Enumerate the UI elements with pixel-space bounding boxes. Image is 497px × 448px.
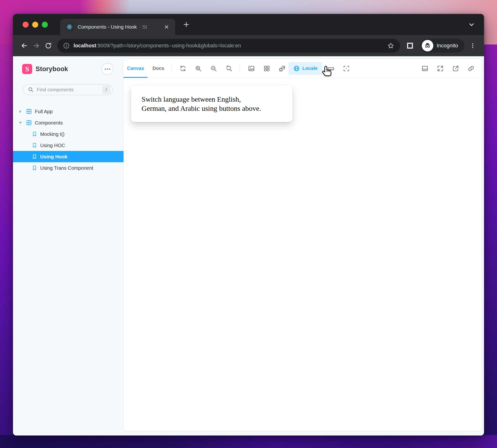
close-window-button[interactable] [23, 22, 29, 28]
component-tree: Full App Components Mocking t() Using HO… [13, 106, 124, 174]
close-tab-icon[interactable] [163, 23, 170, 31]
component-icon [26, 120, 32, 126]
storybook-logo-icon: S [22, 64, 32, 74]
minimize-window-button[interactable] [32, 22, 38, 28]
browser-nav-bar: localhost:9009/?path=/story/components--… [13, 35, 484, 56]
browser-tab-strip: Components - Using Hook · St [13, 14, 484, 35]
change-background-button[interactable] [247, 64, 256, 73]
reload-button[interactable] [42, 40, 54, 52]
locale-label: Locale [302, 66, 318, 71]
incognito-label: Incognito [437, 43, 458, 49]
browser-window: Components - Using Hook · St localhost:9… [13, 14, 484, 435]
browser-tab[interactable]: Components - Using Hook · St [60, 19, 175, 35]
toolbar-separator [240, 64, 240, 73]
sidebar-item-label: Mocking t() [40, 131, 64, 137]
grid-toggle-button[interactable] [262, 64, 272, 73]
globe-icon [293, 65, 300, 72]
sidebar-item-mocking-t[interactable]: Mocking t() [13, 128, 124, 140]
open-canvas-new-tab-button[interactable] [451, 64, 461, 73]
outline-button[interactable] [341, 64, 351, 73]
main-area: Canvas Docs [124, 56, 484, 435]
sidebar-item-using-hoc[interactable]: Using HOC [13, 140, 124, 151]
incognito-badge: Incognito [420, 39, 464, 53]
search-input[interactable]: Find components / [23, 84, 113, 95]
story-message-line2: German, and Arabic using buttons above. [142, 104, 282, 113]
caret-down-icon[interactable] [18, 120, 23, 126]
caret-right-icon[interactable] [18, 109, 23, 114]
bookmark-icon [32, 165, 37, 171]
react-favicon-icon [65, 23, 74, 31]
zoom-out-button[interactable] [209, 64, 218, 73]
bookmark-icon [32, 143, 37, 148]
search-placeholder: Find components [37, 87, 99, 93]
storybook-logo[interactable]: S Storybook [22, 64, 68, 74]
tab-title: Components - Using Hook [78, 24, 137, 30]
back-button[interactable] [18, 40, 30, 52]
component-icon [26, 108, 32, 114]
sidebar-item-label: Components [35, 120, 63, 126]
story-message-card: Switch language between English, German,… [131, 86, 292, 122]
sidebar-item-using-hook-selected[interactable]: Using Hook [13, 151, 124, 162]
locale-button[interactable]: Locale [289, 62, 322, 75]
incognito-icon [422, 40, 433, 51]
sidebar-header: S Storybook [13, 63, 124, 75]
sidebar-item-label: Using Trans Component [40, 165, 93, 171]
story-message-line1: Switch language between English, [142, 95, 282, 104]
side-panel-icon[interactable] [404, 40, 416, 52]
site-info-icon[interactable] [63, 42, 70, 49]
zoom-window-button[interactable] [42, 22, 48, 28]
mouse-pointer-cursor [321, 64, 334, 77]
zoom-in-button[interactable] [193, 64, 203, 73]
storybook-brand-title: Storybook [35, 65, 68, 73]
tab-search-chevron-icon[interactable] [466, 19, 477, 30]
sidebar-item-full-app[interactable]: Full App [13, 106, 124, 117]
url-host: localhost [74, 43, 96, 48]
bookmark-star-icon[interactable] [387, 42, 394, 49]
bookmark-icon [32, 154, 37, 159]
canvas-toolbar: Canvas Docs [124, 59, 482, 78]
tab-title-truncated: · St [139, 24, 147, 30]
sidebar-item-components[interactable]: Components [13, 117, 124, 128]
viewport-button[interactable] [277, 64, 287, 73]
toggle-addons-panel-button[interactable] [420, 64, 430, 73]
address-bar[interactable]: localhost:9009/?path=/story/components--… [57, 39, 400, 53]
search-shortcut-badge: / [102, 86, 110, 94]
forward-button[interactable] [30, 40, 42, 52]
fullscreen-button[interactable] [435, 64, 445, 73]
tab-canvas[interactable]: Canvas [124, 59, 147, 78]
reset-zoom-button[interactable] [224, 64, 234, 73]
search-icon [28, 87, 34, 93]
sidebar-menu-button[interactable] [101, 63, 113, 75]
traffic-lights [23, 22, 48, 28]
storybook-app: S Storybook Find components / Full App [13, 56, 484, 435]
copy-link-button[interactable] [466, 64, 476, 73]
sidebar-item-label: Full App [35, 109, 53, 114]
bookmark-icon [32, 131, 37, 137]
sidebar-item-label: Using HOC [40, 143, 65, 148]
toolbar-separator [171, 64, 171, 73]
new-tab-button[interactable] [181, 20, 191, 29]
canvas-card: Canvas Docs [124, 59, 482, 431]
browser-menu-icon[interactable] [467, 40, 479, 52]
remount-story-button[interactable] [178, 64, 188, 73]
story-preview-canvas: Switch language between English, German,… [124, 78, 482, 431]
url-path: :9009/?path=/story/components--using-hoo… [96, 43, 241, 48]
sidebar-item-using-trans-component[interactable]: Using Trans Component [13, 162, 124, 174]
sidebar: S Storybook Find components / Full App [13, 56, 124, 435]
url-text: localhost:9009/?path=/story/components--… [74, 43, 241, 49]
sidebar-item-label: Using Hook [40, 154, 67, 160]
tab-docs[interactable]: Docs [147, 59, 169, 78]
desktop-wallpaper-bottom [0, 435, 497, 448]
